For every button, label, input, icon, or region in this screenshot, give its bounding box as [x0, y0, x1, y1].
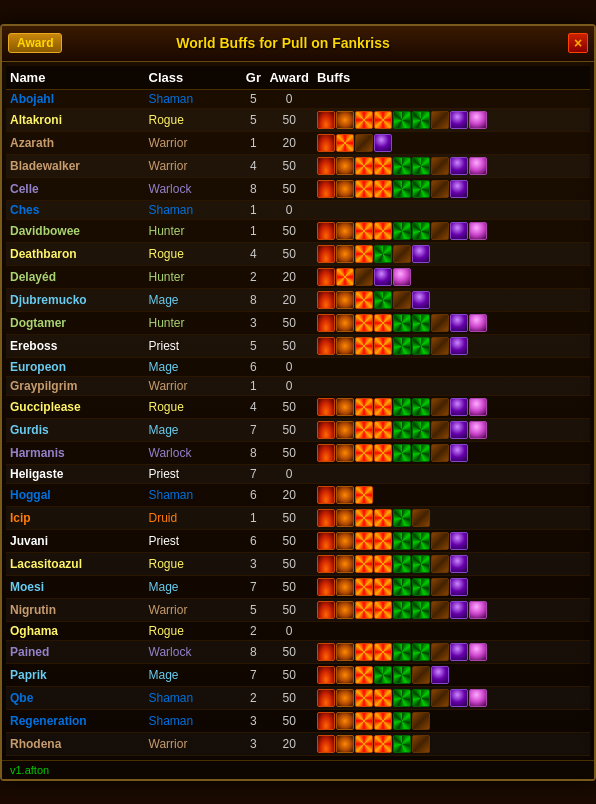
cell-buffs	[313, 311, 590, 334]
pink-orb-icon	[469, 314, 487, 332]
cell-gr: 5	[241, 598, 265, 621]
green-burst-icon	[412, 689, 430, 707]
table-container: Name Class Gr Award Buffs AbojahlShaman5…	[2, 62, 594, 760]
cell-buffs	[313, 376, 590, 395]
table-row: DogtamerHunter350	[6, 311, 590, 334]
green-burst-icon	[412, 601, 430, 619]
cell-award: 20	[265, 732, 313, 755]
cell-name: Graypilgrim	[6, 376, 145, 395]
flame-icon	[317, 643, 335, 661]
purple-gem-icon	[374, 134, 392, 152]
cell-buffs	[313, 357, 590, 376]
table-row: BladewalkerWarrior450	[6, 154, 590, 177]
green-burst-icon	[412, 444, 430, 462]
green-burst-icon	[393, 643, 411, 661]
spirit-icon	[336, 578, 354, 596]
sunburst-icon	[355, 712, 373, 730]
buffs-container	[317, 735, 586, 753]
cell-name: Nigrutin	[6, 598, 145, 621]
purple-gem-icon	[450, 643, 468, 661]
cell-name: Celle	[6, 177, 145, 200]
cell-buffs	[313, 506, 590, 529]
spirit-icon	[336, 157, 354, 175]
purple-gem-icon	[431, 666, 449, 684]
spirit-icon	[336, 555, 354, 573]
cell-gr: 8	[241, 288, 265, 311]
flame-icon	[317, 245, 335, 263]
header-class: Class	[145, 66, 242, 90]
book-icon	[431, 444, 449, 462]
book-icon	[431, 689, 449, 707]
green-burst-icon	[393, 111, 411, 129]
table-row: DjubremuckoMage820	[6, 288, 590, 311]
cell-buffs	[313, 154, 590, 177]
cell-name: Europeon	[6, 357, 145, 376]
cell-class: Hunter	[145, 265, 242, 288]
cell-gr: 1	[241, 219, 265, 242]
spirit-icon	[336, 712, 354, 730]
green-burst-icon	[393, 601, 411, 619]
sunburst-icon	[355, 666, 373, 684]
header-gr: Gr	[241, 66, 265, 90]
sunburst-icon	[355, 157, 373, 175]
cell-buffs	[313, 265, 590, 288]
cell-name: Paprik	[6, 663, 145, 686]
cell-gr: 7	[241, 418, 265, 441]
sunburst-icon	[355, 578, 373, 596]
buffs-container	[317, 666, 586, 684]
sunburst-icon	[374, 689, 392, 707]
green-burst-icon	[393, 712, 411, 730]
cell-gr: 2	[241, 621, 265, 640]
cell-gr: 5	[241, 108, 265, 131]
cell-award: 20	[265, 288, 313, 311]
table-row: HarmanisWarlock850	[6, 441, 590, 464]
cell-class: Rogue	[145, 108, 242, 131]
table-row: HeligastePriest70	[6, 464, 590, 483]
green-burst-icon	[374, 245, 392, 263]
sunburst-icon	[374, 314, 392, 332]
book-icon	[412, 509, 430, 527]
purple-gem-icon	[450, 689, 468, 707]
table-row: PaprikMage750	[6, 663, 590, 686]
green-burst-icon	[393, 398, 411, 416]
cell-class: Rogue	[145, 621, 242, 640]
green-burst-icon	[412, 643, 430, 661]
cell-class: Rogue	[145, 552, 242, 575]
sunburst-icon	[336, 268, 354, 286]
green-burst-icon	[374, 291, 392, 309]
close-button[interactable]: ×	[568, 33, 588, 53]
pink-orb-icon	[469, 111, 487, 129]
cell-buffs	[313, 598, 590, 621]
cell-award: 0	[265, 464, 313, 483]
cell-award: 20	[265, 131, 313, 154]
cell-buffs	[313, 575, 590, 598]
main-window: Award World Buffs for Pull on Fankriss ×…	[0, 24, 596, 781]
buffs-container	[317, 134, 586, 152]
cell-class: Shaman	[145, 483, 242, 506]
cell-award: 50	[265, 311, 313, 334]
purple-gem-icon	[450, 555, 468, 573]
table-row: JuvaniPriest650	[6, 529, 590, 552]
cell-buffs	[313, 89, 590, 108]
cell-award: 50	[265, 219, 313, 242]
buffs-container	[317, 578, 586, 596]
cell-name: Heligaste	[6, 464, 145, 483]
green-burst-icon	[393, 444, 411, 462]
book-icon	[431, 601, 449, 619]
award-badge[interactable]: Award	[8, 33, 62, 53]
header-buffs: Buffs	[313, 66, 590, 90]
cell-buffs	[313, 131, 590, 154]
spirit-icon	[336, 314, 354, 332]
sunburst-icon	[374, 421, 392, 439]
green-burst-icon	[393, 532, 411, 550]
book-icon	[431, 578, 449, 596]
cell-gr: 1	[241, 200, 265, 219]
buff-table: Name Class Gr Award Buffs AbojahlShaman5…	[6, 66, 590, 756]
table-row: AltakroniRogue550	[6, 108, 590, 131]
cell-buffs	[313, 552, 590, 575]
sunburst-icon	[355, 735, 373, 753]
title-bar: Award World Buffs for Pull on Fankriss ×	[2, 26, 594, 62]
cell-gr: 4	[241, 242, 265, 265]
cell-class: Rogue	[145, 395, 242, 418]
flame-icon	[317, 689, 335, 707]
